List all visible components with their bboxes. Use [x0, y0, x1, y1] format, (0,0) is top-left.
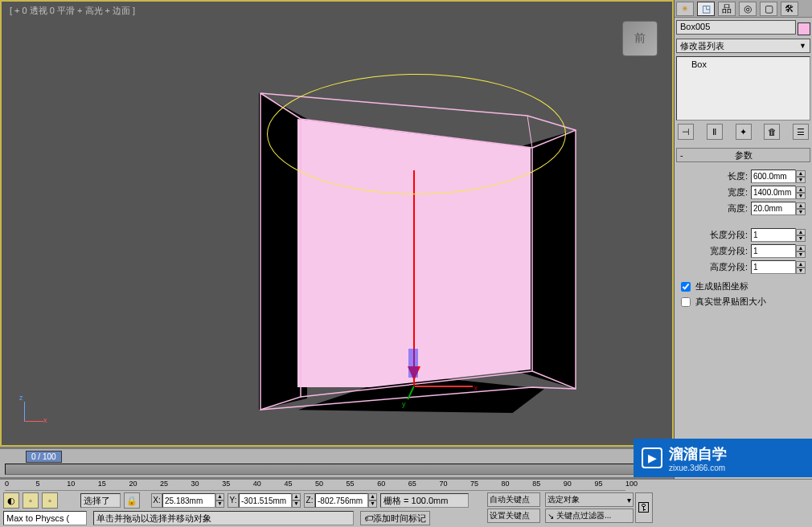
transform-gizmo[interactable]: x y — [407, 379, 429, 402]
key-target-dropdown[interactable]: 选定对象 — [545, 492, 634, 507]
modifier-stack-item[interactable]: Box — [691, 59, 795, 69]
spinner-down-icon[interactable]: ▼ — [796, 235, 806, 242]
spinner-up-icon[interactable]: ▲ — [292, 493, 301, 500]
width-label: 宽度: — [728, 186, 748, 198]
hierarchy-tab-icon[interactable]: 品 — [718, 2, 736, 16]
display-tab-icon[interactable]: ▢ — [760, 2, 777, 16]
width-segs-spinner[interactable]: ▲▼ — [751, 244, 806, 258]
width-segs-input[interactable] — [751, 244, 796, 258]
timeline: 0 / 100 — [0, 448, 674, 477]
length-spinner[interactable]: ▲▼ — [751, 170, 806, 183]
modifier-list-dropdown[interactable]: 修改器列表 ▼ — [676, 39, 810, 53]
status-bar: 0510152025303540455055606570758085909510… — [0, 479, 812, 527]
coord-x-label: X: — [151, 493, 162, 508]
coord-z-group: Z: ▲▼ — [304, 493, 377, 508]
configure-sets-icon[interactable]: ☰ — [793, 124, 809, 140]
length-segs-spinner[interactable]: ▲▼ — [751, 228, 806, 242]
chevron-down-icon: ▼ — [799, 42, 806, 50]
status-prompt: 单击并拖动以选择并移动对象 — [93, 511, 354, 525]
coord-x-group: X: ▲▼ — [151, 493, 224, 508]
spinner-down-icon[interactable]: ▼ — [796, 251, 806, 258]
spinner-down-icon[interactable]: ▼ — [796, 209, 806, 215]
key-mode-icon[interactable]: ◦ — [23, 492, 39, 509]
lock-selection-icon[interactable]: 🔒 — [124, 492, 140, 509]
watermark-brand: 溜溜自学 — [669, 446, 727, 462]
height-segs-spinner[interactable]: ▲▼ — [751, 260, 806, 274]
spinner-up-icon[interactable]: ▲ — [368, 493, 377, 500]
watermark: ▶ 溜溜自学 zixue.3d66.com — [634, 439, 812, 477]
make-unique-icon[interactable]: ✦ — [736, 124, 752, 140]
real-world-label: 真实世界贴图大小 — [695, 296, 766, 308]
length-segs-input[interactable] — [751, 228, 796, 242]
ruler-tick: 40 — [253, 480, 261, 488]
time-slider[interactable] — [5, 464, 669, 475]
ruler-tick: 75 — [470, 480, 478, 488]
pin-stack-icon[interactable]: ⊣ — [678, 124, 694, 140]
viewport[interactable]: [ + 0 透视 0 平滑 + 高光 + 边面 ] 前 x y z x — [0, 0, 674, 447]
set-key-icon[interactable]: ◐ — [3, 492, 19, 509]
ruler-tick: 25 — [160, 480, 168, 488]
generate-mapping-input[interactable] — [681, 282, 691, 292]
remove-modifier-icon[interactable]: 🗑 — [764, 124, 780, 140]
ruler-tick: 80 — [502, 480, 510, 488]
ruler-tick: 20 — [129, 480, 137, 488]
motion-tab-icon[interactable]: ◎ — [739, 2, 757, 16]
object-color-swatch[interactable] — [798, 22, 810, 35]
real-world-checkbox[interactable]: 真实世界贴图大小 — [681, 296, 806, 308]
ruler-tick: 10 — [67, 480, 75, 488]
add-time-tag-label: 添加时间标记 — [373, 513, 426, 525]
modify-tab-icon[interactable]: ◳ — [697, 2, 715, 16]
add-time-tag-button[interactable]: 🏷 添加时间标记 — [360, 511, 430, 525]
coord-y-input[interactable] — [239, 493, 292, 508]
spinner-down-icon[interactable]: ▼ — [215, 500, 224, 508]
coord-z-label: Z: — [304, 493, 315, 508]
spinner-down-icon[interactable]: ▼ — [292, 500, 301, 508]
spinner-up-icon[interactable]: ▲ — [796, 229, 806, 235]
key-mode2-icon[interactable]: ◦ — [42, 492, 58, 509]
spinner-up-icon[interactable]: ▲ — [796, 186, 806, 193]
key-lock-icon[interactable]: ⚿ — [635, 492, 653, 523]
width-input[interactable] — [751, 186, 796, 199]
ruler-tick: 0 — [5, 480, 9, 488]
object-name-input[interactable]: Box005 — [676, 20, 796, 35]
set-key-button[interactable]: 设置关键点 — [487, 509, 540, 523]
length-input[interactable] — [751, 170, 796, 183]
ruler-tick: 15 — [98, 480, 106, 488]
spinner-up-icon[interactable]: ▲ — [796, 245, 806, 251]
ruler-tick: 50 — [315, 480, 323, 488]
parameters-rollout-header[interactable]: 参数 — [676, 148, 810, 162]
width-spinner[interactable]: ▲▼ — [751, 186, 806, 199]
coord-x-input[interactable] — [162, 493, 215, 508]
key-filters-button[interactable]: ↘关键点过滤器... — [545, 509, 634, 523]
length-segs-label: 长度分段: — [710, 229, 748, 241]
coord-z-input[interactable] — [315, 493, 368, 508]
spinner-down-icon[interactable]: ▼ — [796, 177, 806, 183]
utilities-tab-icon[interactable]: 🛠 — [781, 2, 798, 16]
modifier-stack[interactable]: Box — [676, 56, 810, 121]
auto-key-button[interactable]: 自动关键点 — [487, 492, 540, 507]
ruler-tick: 100 — [625, 480, 638, 488]
spinner-up-icon[interactable]: ▲ — [215, 493, 224, 500]
time-ruler[interactable]: 0510152025303540455055606570758085909510… — [5, 480, 625, 491]
grid-readout: 栅格 = 100.0mm — [380, 493, 469, 508]
ruler-tick: 95 — [594, 480, 602, 488]
height-segs-input[interactable] — [751, 260, 796, 274]
height-spinner[interactable]: ▲▼ — [751, 202, 806, 215]
tag-icon: 🏷 — [364, 513, 373, 523]
generate-mapping-checkbox[interactable]: 生成贴图坐标 — [681, 280, 806, 292]
real-world-input[interactable] — [681, 297, 691, 307]
create-tab-icon[interactable]: ✴ — [676, 2, 694, 16]
spinner-down-icon[interactable]: ▼ — [796, 193, 806, 199]
height-label: 高度: — [728, 202, 748, 214]
spinner-down-icon[interactable]: ▼ — [796, 268, 806, 274]
show-end-result-icon[interactable]: Ⅱ — [707, 124, 723, 140]
key-filters-label: 关键点过滤器... — [556, 510, 611, 521]
coord-y-group: Y: ▲▼ — [228, 493, 301, 508]
maxscript-listener[interactable]: Max to Physcs ( — [3, 511, 87, 525]
spinner-up-icon[interactable]: ▲ — [796, 170, 806, 177]
spinner-down-icon[interactable]: ▼ — [368, 500, 377, 508]
spinner-up-icon[interactable]: ▲ — [796, 261, 806, 268]
frame-indicator[interactable]: 0 / 100 — [26, 451, 62, 463]
height-input[interactable] — [751, 202, 796, 215]
spinner-up-icon[interactable]: ▲ — [796, 202, 806, 209]
